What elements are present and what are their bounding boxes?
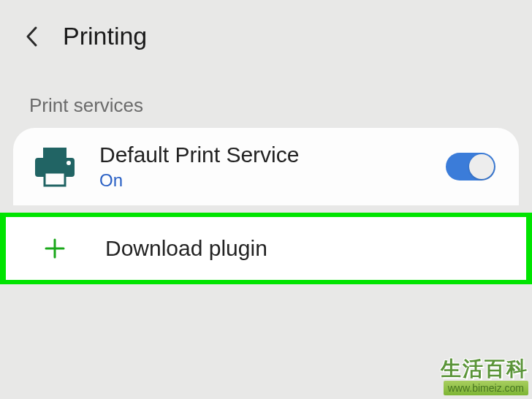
section-label: Print services — [0, 69, 532, 128]
svg-rect-3 — [45, 172, 65, 186]
svg-rect-0 — [43, 148, 66, 158]
download-plugin-row[interactable]: Download plugin — [6, 217, 526, 280]
download-label: Download plugin — [105, 236, 267, 261]
plus-icon — [44, 238, 66, 259]
toggle-knob — [469, 154, 494, 179]
header: Printing — [0, 0, 532, 69]
service-name: Default Print Service — [99, 142, 422, 167]
svg-point-2 — [66, 161, 71, 165]
watermark-cn: 生活百科 — [441, 359, 528, 379]
back-icon[interactable] — [23, 28, 41, 45]
service-info: Default Print Service On — [99, 142, 422, 191]
watermark-url: www.bimeiz.com — [444, 381, 528, 395]
services-card: Default Print Service On — [13, 128, 519, 205]
service-status: On — [99, 170, 422, 191]
page-title: Printing — [63, 22, 147, 50]
service-toggle[interactable] — [446, 153, 495, 180]
watermark: 生活百科 www.bimeiz.com — [441, 359, 528, 395]
printer-icon — [34, 146, 76, 187]
download-highlight: Download plugin — [0, 213, 532, 284]
service-row-default[interactable]: Default Print Service On — [13, 128, 519, 205]
